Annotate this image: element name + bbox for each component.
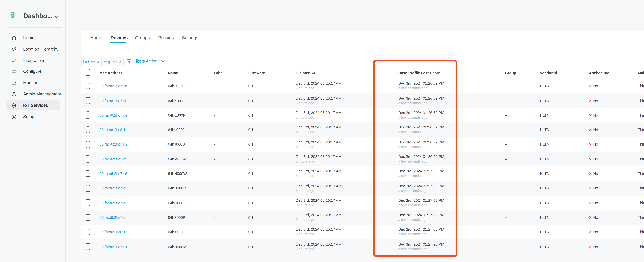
claimed-at-time: Dec 3rd, 2024 08:20:17 AM <box>296 227 342 232</box>
row-checkbox[interactable] <box>85 228 90 235</box>
anchor-tag-cell: ✕No <box>589 201 598 205</box>
red-x-icon: ✕ <box>589 143 592 146</box>
label-cell: - <box>214 244 215 249</box>
firmware-cell: 0.1 <box>248 171 254 176</box>
mac-address-link[interactable]: 00:fa:b6:2f:c7:c6 <box>100 171 127 176</box>
col-header-group[interactable]: Group <box>505 70 516 75</box>
org-title: Dashbo... <box>23 12 52 20</box>
last-heard-ago: a few seconds ago <box>398 218 428 221</box>
row-checkbox[interactable] <box>85 112 90 119</box>
tab-home[interactable]: Home <box>90 35 102 41</box>
col-header-anchor-tag[interactable]: Anchor Tag <box>589 70 610 75</box>
mac-address-link[interactable]: 00:fa:b6:2f:c7:c9 <box>100 157 127 161</box>
sort-asc-icon <box>436 72 439 74</box>
row-checkbox[interactable] <box>85 170 90 177</box>
make-cell: Thingsee PRESENCE <box>638 230 644 234</box>
label-cell: - <box>214 98 215 103</box>
sidebar-item-monitor[interactable]: Monitor <box>6 78 60 88</box>
row-checkbox[interactable] <box>85 156 90 163</box>
claimed-at-time: Dec 3rd, 2024 08:20:17 AM <box>296 183 342 188</box>
label-cell: - <box>214 157 215 161</box>
row-checkbox[interactable] <box>85 83 90 89</box>
mac-address-link[interactable]: 00:fa:b6:2f:c8:1d <box>100 230 128 234</box>
last-heard-ago: a few seconds ago <box>398 160 428 163</box>
vendor-id-cell: HLTN <box>540 186 550 191</box>
red-x-icon: ✕ <box>589 172 592 175</box>
section-tabs: Home Devices Groups Policies Settings <box>81 32 644 44</box>
sidebar-item-setup[interactable]: Setup <box>6 111 60 122</box>
mac-address-link[interactable]: 00:fa:b6:2f:c7:d2 <box>100 142 128 147</box>
col-header-firmware[interactable]: Firmware <box>248 70 265 75</box>
row-checkbox[interactable] <box>85 243 90 250</box>
tab-devices[interactable]: Devices <box>110 35 128 41</box>
label-cell: - <box>214 201 215 205</box>
mac-address-link[interactable]: 00:fa:b6:2f:c7:d8 <box>100 201 128 205</box>
table-row: 00:fa:b6:2f:c7:db 64hF000P - 0.1 Dec 3rd… <box>81 210 644 225</box>
vendor-id-cell: HLTN <box>540 201 550 205</box>
col-header-vendor-id[interactable]: Vendor Id <box>540 70 557 75</box>
make-cell: Thingsee PRESENCE <box>638 98 644 103</box>
org-switcher[interactable]: Dashbo... <box>0 0 66 27</box>
mac-address-link[interactable]: 00:fa:b6:2f:c7:de <box>100 113 128 118</box>
claimed-at-time: Dec 3rd, 2024 08:20:17 AM <box>296 110 342 115</box>
col-header-label[interactable]: Label <box>214 70 224 75</box>
row-checkbox[interactable] <box>85 141 90 148</box>
chip-icon <box>11 102 17 108</box>
filters-button[interactable]: Filters <box>126 59 145 63</box>
row-checkbox[interactable] <box>85 126 90 133</box>
claimed-at-time: Dec 3rd, 2024 08:20:17 AM <box>296 213 342 217</box>
sidebar-item-iot-services[interactable]: IoT Services <box>6 100 60 110</box>
sidebar-item-configure[interactable]: Configure <box>6 66 60 77</box>
map-view-tab[interactable]: Map View <box>102 57 124 66</box>
firmware-cell: 0.1 <box>248 230 254 234</box>
row-checkbox[interactable] <box>85 199 90 206</box>
last-heard-ago: a few seconds ago <box>398 115 428 119</box>
anchor-tag-cell: ✕No <box>589 215 598 220</box>
devices-panel: Home Devices Groups Policies Settings Li… <box>81 32 644 254</box>
name-cell: 64hu0002 <box>168 127 185 132</box>
col-header-mac-address[interactable]: Mac Address <box>100 70 123 75</box>
mac-address-link[interactable]: 00:fa:b6:2f:c8:1a <box>100 127 128 132</box>
mac-address-link[interactable]: 00:fa:b6:2f:c7:e1 <box>100 244 128 249</box>
mac-address-link[interactable]: 00:fa:b6:2f:c7:cc <box>100 84 127 88</box>
chevron-down-icon <box>54 14 58 17</box>
list-view-tab[interactable]: List View <box>81 57 101 66</box>
tab-settings[interactable]: Settings <box>182 35 198 41</box>
app-root: Dashbo... Home Location Hierarchy Integr… <box>0 0 644 262</box>
tab-groups[interactable]: Groups <box>135 35 150 41</box>
mac-address-link[interactable]: 00:fa:b6:2f:c7:d5 <box>100 186 128 191</box>
last-heard-ago: a few seconds ago <box>398 174 428 178</box>
name-cell: 64hH000R <box>168 186 186 191</box>
table-row: 00:fa:b6:2f:c7:de 64hE000N - 0.1 Dec 3rd… <box>81 108 644 122</box>
name-cell: 64hK000T <box>168 98 185 103</box>
label-cell: - <box>214 186 215 191</box>
red-x-icon: ✕ <box>589 201 592 205</box>
select-all-checkbox[interactable] <box>85 69 90 76</box>
row-checkbox[interactable] <box>85 97 90 104</box>
sidebar-item-admin-management[interactable]: Admin Management <box>6 89 60 99</box>
name-cell: 64hL000U <box>168 84 185 88</box>
col-header-name[interactable]: Name <box>168 70 178 75</box>
sidebar-item-home[interactable]: Home <box>6 33 60 43</box>
vendor-id-cell: HLTN <box>540 98 550 103</box>
label-cell: - <box>214 127 215 132</box>
firmware-cell: 0.1 <box>248 157 254 161</box>
row-checkbox[interactable] <box>85 185 90 192</box>
tab-policies[interactable]: Policies <box>158 35 174 41</box>
mac-address-link[interactable]: 00:fa:b6:2f:c7:db <box>100 215 128 220</box>
col-header-make[interactable]: Make <box>638 70 644 75</box>
col-header-claimed-at[interactable]: Claimed At <box>296 70 315 75</box>
sidebar-item-integrations[interactable]: Integrations <box>6 55 60 66</box>
mac-address-link[interactable]: 00:fa:b6:2f:c7:cf <box>100 98 126 103</box>
group-cell: -- <box>505 230 508 234</box>
last-heard-time: Dec 3rd, 2024 01:26:59 PM <box>398 125 444 130</box>
actions-button[interactable]: Actions <box>146 59 164 63</box>
sidebar-item-location-hierarchy[interactable]: Location Hierarchy <box>6 44 60 54</box>
row-checkbox[interactable] <box>85 214 90 221</box>
label-cell: - <box>214 84 215 88</box>
col-header-base-profile-last-heard[interactable]: Base Profile Last Heard <box>398 70 440 75</box>
firmware-cell: 0.1 <box>248 215 254 220</box>
group-cell: -- <box>505 186 508 191</box>
last-heard-time: Dec 3rd, 2024 01:26:59 PM <box>398 81 444 86</box>
red-x-icon: ✕ <box>589 216 592 219</box>
